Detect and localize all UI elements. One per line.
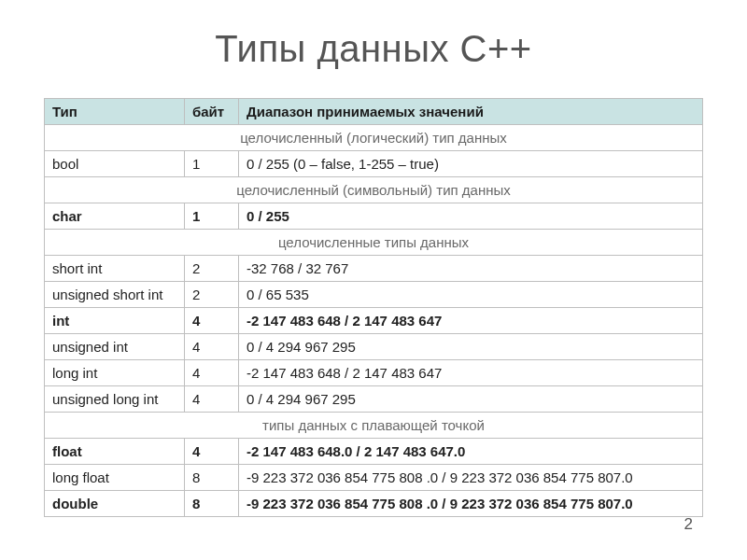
table-row: long int 4 -2 147 483 648 / 2 147 483 64… (45, 360, 703, 386)
cell-type: float (45, 439, 185, 465)
table-row: long float 8 -9 223 372 036 854 775 808 … (45, 465, 703, 491)
cell-range: 0 / 4 294 967 295 (239, 334, 703, 360)
cell-range: 0 / 4 294 967 295 (239, 386, 703, 413)
table-row: float 4 -2 147 483 648.0 / 2 147 483 647… (45, 439, 703, 465)
cell-range: -9 223 372 036 854 775 808 .0 / 9 223 37… (239, 465, 703, 491)
cell-type: long int (45, 360, 185, 386)
cell-range: 0 / 255 (0 – false, 1-255 – true) (239, 151, 703, 177)
section-row: целочисленный (логический) тип данных (45, 125, 703, 151)
cell-bytes: 1 (185, 203, 239, 230)
section-row: целочисленный (символьный) тип данных (45, 177, 703, 203)
cell-type: char (45, 203, 185, 230)
cell-bytes: 8 (185, 491, 239, 517)
table-row: char 1 0 / 255 (45, 203, 703, 230)
cell-type: unsigned int (45, 334, 185, 360)
cell-type: unsigned long int (45, 386, 185, 413)
cell-bytes: 4 (185, 308, 239, 334)
cell-bytes: 1 (185, 151, 239, 177)
types-table: Тип байт Диапазон принимаемых значений ц… (44, 98, 703, 517)
cell-type: double (45, 491, 185, 517)
cell-bytes: 2 (185, 256, 239, 282)
cell-bytes: 4 (185, 439, 239, 465)
cell-type: unsigned short int (45, 282, 185, 308)
cell-range: -2 147 483 648 / 2 147 483 647 (239, 308, 703, 334)
table-row: unsigned int 4 0 / 4 294 967 295 (45, 334, 703, 360)
cell-range: -2 147 483 648.0 / 2 147 483 647.0 (239, 439, 703, 465)
cell-bytes: 2 (185, 282, 239, 308)
cell-bytes: 8 (185, 465, 239, 491)
table-row: short int 2 -32 768 / 32 767 (45, 256, 703, 282)
cell-type: short int (45, 256, 185, 282)
section-row: типы данных с плавающей точкой (45, 413, 703, 439)
cell-range: 0 / 65 535 (239, 282, 703, 308)
page-title: Типы данных С++ (0, 28, 747, 70)
cell-bytes: 4 (185, 386, 239, 413)
cell-bytes: 4 (185, 334, 239, 360)
table-row: int 4 -2 147 483 648 / 2 147 483 647 (45, 308, 703, 334)
table-row: double 8 -9 223 372 036 854 775 808 .0 /… (45, 491, 703, 517)
section-label: типы данных с плавающей точкой (45, 413, 703, 439)
table-row: unsigned long int 4 0 / 4 294 967 295 (45, 386, 703, 413)
cell-range: -2 147 483 648 / 2 147 483 647 (239, 360, 703, 386)
col-header-range: Диапазон принимаемых значений (239, 99, 703, 125)
section-label: целочисленные типы данных (45, 230, 703, 256)
cell-type: int (45, 308, 185, 334)
col-header-type: Тип (45, 99, 185, 125)
table-row: bool 1 0 / 255 (0 – false, 1-255 – true) (45, 151, 703, 177)
page-number: 2 (684, 515, 693, 534)
cell-bytes: 4 (185, 360, 239, 386)
cell-range: -9 223 372 036 854 775 808 .0 / 9 223 37… (239, 491, 703, 517)
section-label: целочисленный (символьный) тип данных (45, 177, 703, 203)
cell-range: -32 768 / 32 767 (239, 256, 703, 282)
col-header-bytes: байт (185, 99, 239, 125)
section-label: целочисленный (логический) тип данных (45, 125, 703, 151)
cell-range: 0 / 255 (239, 203, 703, 230)
table-header-row: Тип байт Диапазон принимаемых значений (45, 99, 703, 125)
cell-type: bool (45, 151, 185, 177)
cell-type: long float (45, 465, 185, 491)
section-row: целочисленные типы данных (45, 230, 703, 256)
table-row: unsigned short int 2 0 / 65 535 (45, 282, 703, 308)
